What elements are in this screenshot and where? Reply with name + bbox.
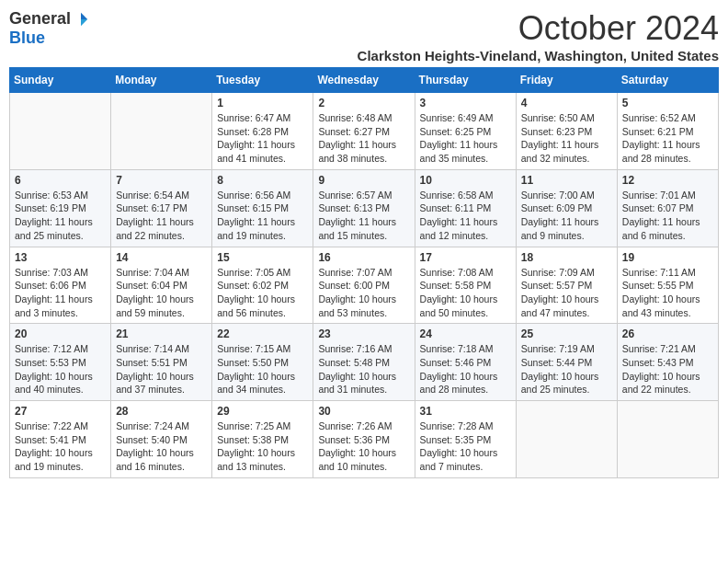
- calendar-cell: 8Sunrise: 6:56 AM Sunset: 6:15 PM Daylig…: [212, 169, 313, 247]
- calendar-cell: 16Sunrise: 7:07 AM Sunset: 6:00 PM Dayli…: [313, 247, 415, 324]
- day-info: Sunrise: 7:09 AM Sunset: 5:57 PM Dayligh…: [521, 266, 612, 320]
- day-number: 30: [318, 405, 409, 418]
- title-area: October 2024 Clarkston Heights-Vineland,…: [358, 9, 719, 63]
- day-info: Sunrise: 7:08 AM Sunset: 5:58 PM Dayligh…: [420, 266, 511, 320]
- calendar-week-2: 6Sunrise: 6:53 AM Sunset: 6:19 PM Daylig…: [10, 169, 719, 247]
- day-number: 29: [217, 405, 308, 418]
- day-info: Sunrise: 7:21 AM Sunset: 5:43 PM Dayligh…: [622, 342, 713, 396]
- day-info: Sunrise: 7:22 AM Sunset: 5:41 PM Dayligh…: [15, 419, 106, 474]
- calendar-cell: 11Sunrise: 7:00 AM Sunset: 6:09 PM Dayli…: [516, 169, 617, 247]
- calendar-cell: 29Sunrise: 7:25 AM Sunset: 5:38 PM Dayli…: [212, 401, 313, 478]
- day-info: Sunrise: 6:47 AM Sunset: 6:28 PM Dayligh…: [217, 111, 308, 166]
- day-info: Sunrise: 7:28 AM Sunset: 5:35 PM Dayligh…: [420, 419, 511, 474]
- day-number: 24: [420, 327, 511, 340]
- day-number: 25: [521, 327, 612, 340]
- day-info: Sunrise: 6:57 AM Sunset: 6:13 PM Dayligh…: [318, 189, 409, 243]
- calendar-cell: 5Sunrise: 6:52 AM Sunset: 6:21 PM Daylig…: [617, 93, 718, 170]
- day-info: Sunrise: 7:00 AM Sunset: 6:09 PM Dayligh…: [521, 189, 612, 243]
- calendar-week-3: 13Sunrise: 7:03 AM Sunset: 6:06 PM Dayli…: [10, 247, 719, 324]
- calendar-cell: 14Sunrise: 7:04 AM Sunset: 6:04 PM Dayli…: [111, 247, 212, 324]
- day-info: Sunrise: 7:14 AM Sunset: 5:51 PM Dayligh…: [116, 342, 207, 396]
- day-number: 13: [15, 251, 106, 264]
- calendar-cell: 7Sunrise: 6:54 AM Sunset: 6:17 PM Daylig…: [111, 169, 212, 247]
- day-number: 31: [420, 405, 511, 418]
- calendar-cell: 3Sunrise: 6:49 AM Sunset: 6:25 PM Daylig…: [415, 93, 516, 170]
- calendar-cell: 24Sunrise: 7:18 AM Sunset: 5:46 PM Dayli…: [415, 324, 516, 401]
- day-number: 6: [15, 174, 106, 187]
- calendar-cell: 13Sunrise: 7:03 AM Sunset: 6:06 PM Dayli…: [10, 247, 111, 324]
- day-info: Sunrise: 6:52 AM Sunset: 6:21 PM Dayligh…: [622, 111, 713, 166]
- calendar-week-5: 27Sunrise: 7:22 AM Sunset: 5:41 PM Dayli…: [10, 401, 719, 478]
- day-info: Sunrise: 7:19 AM Sunset: 5:44 PM Dayligh…: [521, 342, 612, 396]
- day-info: Sunrise: 7:16 AM Sunset: 5:48 PM Dayligh…: [318, 342, 409, 396]
- calendar-cell: 6Sunrise: 6:53 AM Sunset: 6:19 PM Daylig…: [10, 169, 111, 247]
- day-info: Sunrise: 6:49 AM Sunset: 6:25 PM Dayligh…: [420, 111, 511, 166]
- month-title: October 2024: [358, 9, 719, 48]
- day-number: 7: [116, 174, 207, 187]
- day-number: 21: [116, 327, 207, 340]
- day-number: 27: [15, 405, 106, 418]
- calendar-cell: 10Sunrise: 6:58 AM Sunset: 6:11 PM Dayli…: [415, 169, 516, 247]
- header-day-saturday: Saturday: [617, 68, 718, 93]
- calendar-cell: 23Sunrise: 7:16 AM Sunset: 5:48 PM Dayli…: [313, 324, 415, 401]
- calendar-cell: 17Sunrise: 7:08 AM Sunset: 5:58 PM Dayli…: [415, 247, 516, 324]
- day-number: 11: [521, 174, 612, 187]
- header-day-sunday: Sunday: [10, 68, 111, 93]
- calendar-cell: 20Sunrise: 7:12 AM Sunset: 5:53 PM Dayli…: [10, 324, 111, 401]
- day-number: 17: [420, 251, 511, 264]
- calendar-cell: 4Sunrise: 6:50 AM Sunset: 6:23 PM Daylig…: [516, 93, 617, 170]
- day-info: Sunrise: 7:04 AM Sunset: 6:04 PM Dayligh…: [116, 266, 207, 320]
- calendar-week-1: 1Sunrise: 6:47 AM Sunset: 6:28 PM Daylig…: [10, 93, 719, 170]
- calendar-cell: 19Sunrise: 7:11 AM Sunset: 5:55 PM Dayli…: [617, 247, 718, 324]
- calendar-cell: 9Sunrise: 6:57 AM Sunset: 6:13 PM Daylig…: [313, 169, 415, 247]
- day-number: 26: [622, 327, 713, 340]
- calendar-cell: 31Sunrise: 7:28 AM Sunset: 5:35 PM Dayli…: [415, 401, 516, 478]
- calendar-cell: [10, 93, 111, 170]
- calendar-cell: [111, 93, 212, 170]
- calendar-week-4: 20Sunrise: 7:12 AM Sunset: 5:53 PM Dayli…: [10, 324, 719, 401]
- day-info: Sunrise: 7:01 AM Sunset: 6:07 PM Dayligh…: [622, 189, 713, 243]
- day-info: Sunrise: 7:24 AM Sunset: 5:40 PM Dayligh…: [116, 419, 207, 474]
- location-subtitle: Clarkston Heights-Vineland, Washington, …: [358, 48, 719, 63]
- day-number: 10: [420, 174, 511, 187]
- calendar-table: SundayMondayTuesdayWednesdayThursdayFrid…: [9, 67, 719, 478]
- header-day-friday: Friday: [516, 68, 617, 93]
- day-info: Sunrise: 7:11 AM Sunset: 5:55 PM Dayligh…: [622, 266, 713, 320]
- header-day-monday: Monday: [111, 68, 212, 93]
- calendar-cell: 25Sunrise: 7:19 AM Sunset: 5:44 PM Dayli…: [516, 324, 617, 401]
- day-info: Sunrise: 6:54 AM Sunset: 6:17 PM Dayligh…: [116, 189, 207, 243]
- header-day-thursday: Thursday: [415, 68, 516, 93]
- day-info: Sunrise: 6:58 AM Sunset: 6:11 PM Dayligh…: [420, 189, 511, 243]
- day-info: Sunrise: 7:26 AM Sunset: 5:36 PM Dayligh…: [318, 419, 409, 474]
- day-info: Sunrise: 7:18 AM Sunset: 5:46 PM Dayligh…: [420, 342, 511, 396]
- day-number: 22: [217, 327, 308, 340]
- header-day-tuesday: Tuesday: [212, 68, 313, 93]
- day-number: 23: [318, 327, 409, 340]
- calendar-cell: 12Sunrise: 7:01 AM Sunset: 6:07 PM Dayli…: [617, 169, 718, 247]
- calendar-cell: 1Sunrise: 6:47 AM Sunset: 6:28 PM Daylig…: [212, 93, 313, 170]
- day-number: 3: [420, 97, 511, 109]
- day-number: 20: [15, 327, 106, 340]
- day-info: Sunrise: 6:53 AM Sunset: 6:19 PM Dayligh…: [15, 189, 106, 243]
- day-info: Sunrise: 7:05 AM Sunset: 6:02 PM Dayligh…: [217, 266, 308, 320]
- day-number: 12: [622, 174, 713, 187]
- day-info: Sunrise: 6:50 AM Sunset: 6:23 PM Dayligh…: [521, 111, 612, 166]
- calendar-cell: 21Sunrise: 7:14 AM Sunset: 5:51 PM Dayli…: [111, 324, 212, 401]
- day-number: 5: [622, 97, 713, 109]
- calendar-cell: [516, 401, 617, 478]
- day-number: 8: [217, 174, 308, 187]
- calendar-cell: 15Sunrise: 7:05 AM Sunset: 6:02 PM Dayli…: [212, 247, 313, 324]
- calendar-cell: 27Sunrise: 7:22 AM Sunset: 5:41 PM Dayli…: [10, 401, 111, 478]
- header-day-wednesday: Wednesday: [313, 68, 415, 93]
- calendar-cell: 22Sunrise: 7:15 AM Sunset: 5:50 PM Dayli…: [212, 324, 313, 401]
- day-number: 9: [318, 174, 409, 187]
- calendar-cell: [617, 401, 718, 478]
- day-number: 14: [116, 251, 207, 264]
- day-number: 4: [521, 97, 612, 109]
- day-info: Sunrise: 6:48 AM Sunset: 6:27 PM Dayligh…: [318, 111, 409, 166]
- day-number: 28: [116, 405, 207, 418]
- calendar-cell: 30Sunrise: 7:26 AM Sunset: 5:36 PM Dayli…: [313, 401, 415, 478]
- header: General Blue October 2024 Clarkston Heig…: [9, 9, 719, 63]
- day-number: 18: [521, 251, 612, 264]
- calendar-cell: 26Sunrise: 7:21 AM Sunset: 5:43 PM Dayli…: [617, 324, 718, 401]
